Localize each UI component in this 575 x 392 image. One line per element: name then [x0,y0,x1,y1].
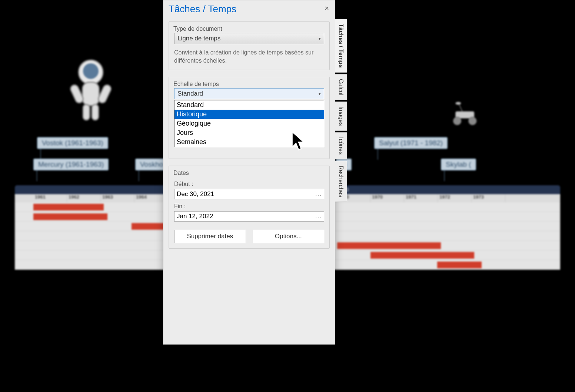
tab-searches[interactable]: Recherches [335,161,347,202]
timeline-event-label: Skylab ( [441,159,476,170]
chevron-down-icon: ▾ [319,36,321,41]
astronaut-icon [63,56,119,122]
svg-rect-5 [83,104,90,120]
end-date-input[interactable]: Jan 12, 2022 ... [174,211,324,222]
section-legend: Dates [173,170,189,176]
svg-rect-6 [92,104,99,120]
section-legend: Echelle de temps [173,81,219,87]
svg-rect-2 [83,82,99,106]
section-legend: Type de document [173,26,222,32]
svg-point-1 [83,63,99,79]
tasks-time-dialog: Tâches / Temps × Type de document Ligne … [163,0,335,345]
date-picker-icon[interactable]: ... [313,213,322,220]
tab-tasks-time[interactable]: Tâches / Temps [335,19,347,73]
hint-text: Convient à la création de lignes de temp… [174,49,324,64]
dialog-title: Tâches / Temps × [163,0,335,16]
dropdown-option[interactable]: Géologique [175,119,324,128]
dates-section: Dates Début : Dec 30, 2021 ... Fin : Jan… [169,166,330,249]
svg-point-11 [456,102,461,104]
document-type-select[interactable]: Ligne de temps ▾ [174,33,324,44]
timeline-event-label: Salyut (1971 - 1982) [374,137,448,149]
timeline-event-label: Vostok (1961-1963) [37,137,108,149]
tab-calcul[interactable]: Calcul [335,74,347,100]
delete-dates-button[interactable]: Supprimer dates [174,230,246,243]
chevron-down-icon: ▾ [319,92,321,96]
svg-point-9 [468,117,476,125]
document-type-section: Type de document Ligne de temps ▾ Convie… [169,21,330,70]
rover-icon [445,100,486,130]
svg-line-10 [459,104,462,112]
start-date-label: Début : [174,181,324,187]
timeline-event-label: Mercury (1961-1963) [33,159,109,170]
options-button[interactable]: Options... [253,230,325,243]
dropdown-option[interactable]: Historique [175,110,324,119]
close-icon[interactable]: × [322,4,332,14]
timescale-select[interactable]: Standard ▾ [174,88,324,99]
end-date-label: Fin : [174,203,324,210]
cursor-icon [291,130,306,152]
start-date-input[interactable]: Dec 30, 2021 ... [174,189,324,199]
tab-icons[interactable]: Icônes [335,132,347,159]
date-picker-icon[interactable]: ... [313,190,322,198]
svg-point-8 [453,117,461,125]
dropdown-option[interactable]: Standard [175,100,324,110]
side-tab-strip: Tâches / Temps Calcul Images Icônes Rech… [335,19,349,203]
tab-images[interactable]: Images [335,102,347,130]
